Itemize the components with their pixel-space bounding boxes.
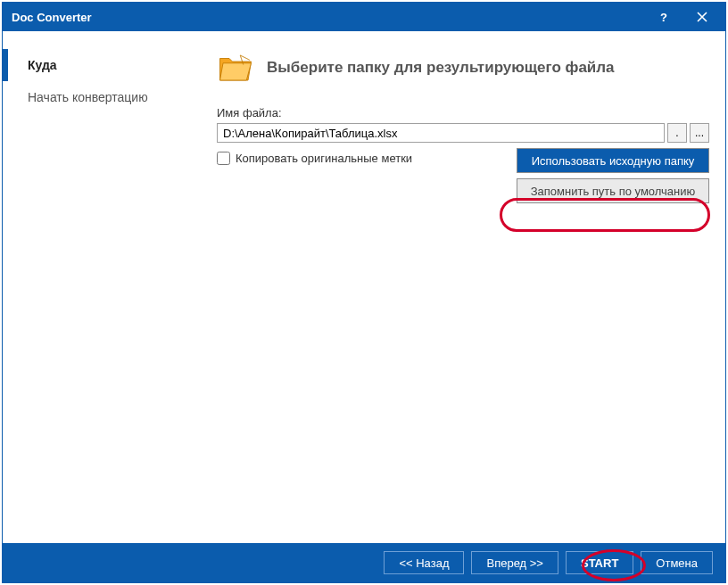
sidebar: Куда Начать конвертацию — [3, 31, 208, 543]
main-panel: Выберите папку для результирующего файла… — [208, 31, 725, 543]
close-button[interactable] — [682, 4, 722, 30]
filename-input[interactable] — [217, 123, 665, 143]
remember-default-path-button[interactable]: Запомнить путь по умолчанию — [517, 178, 709, 203]
svg-text:?: ? — [660, 11, 667, 23]
forward-button[interactable]: Вперед >> — [471, 551, 558, 574]
help-icon: ? — [657, 11, 669, 23]
cancel-button[interactable]: Отмена — [641, 551, 713, 574]
filename-row: . ... — [217, 123, 709, 143]
footer: << Назад Вперед >> START Отмена — [3, 543, 725, 582]
help-button[interactable]: ? — [643, 4, 682, 30]
back-button[interactable]: << Назад — [384, 551, 464, 574]
browse-button[interactable]: ... — [690, 123, 709, 143]
filename-label: Имя файла: — [217, 106, 709, 119]
page-heading: Выберите папку для результирующего файла — [267, 59, 615, 77]
copy-labels-row[interactable]: Копировать оригинальные метки — [217, 152, 412, 165]
folder-option-buttons: Использовать исходную папку Запомнить пу… — [517, 148, 709, 203]
folder-icon — [217, 49, 254, 87]
sidebar-item-start-conversion[interactable]: Начать конвертацию — [3, 81, 208, 113]
titlebar: Doc Converter ? — [3, 3, 725, 31]
sidebar-item-destination[interactable]: Куда — [3, 49, 208, 81]
app-title: Doc Converter — [12, 11, 643, 24]
reveal-button[interactable]: . — [667, 123, 687, 143]
main-header: Выберите папку для результирующего файла — [217, 49, 709, 87]
start-button[interactable]: START — [566, 551, 633, 574]
use-source-folder-button[interactable]: Использовать исходную папку — [517, 148, 709, 173]
body: Куда Начать конвертацию Выберите папку д… — [3, 31, 725, 543]
close-icon — [697, 12, 707, 22]
copy-labels-text: Копировать оригинальные метки — [236, 152, 412, 165]
app-window: Doc Converter ? Куда Начать конвертацию … — [2, 2, 726, 583]
copy-labels-checkbox[interactable] — [217, 152, 230, 165]
